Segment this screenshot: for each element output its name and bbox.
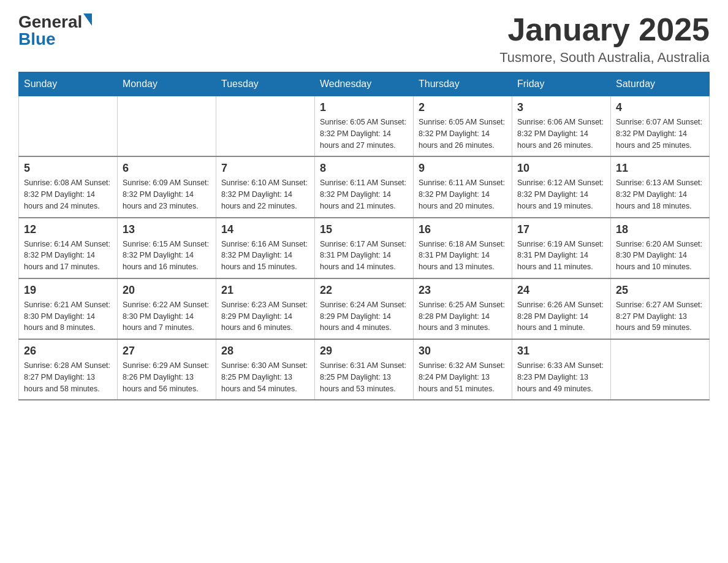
day-header-friday: Friday (512, 72, 611, 96)
day-number: 4 (616, 101, 704, 114)
calendar-table: SundayMondayTuesdayWednesdayThursdayFrid… (18, 72, 710, 400)
calendar-cell: 31Sunrise: 6:33 AM Sunset: 8:23 PM Dayli… (512, 339, 611, 400)
day-number: 11 (616, 162, 704, 175)
calendar-cell (118, 96, 216, 157)
calendar-cell: 6Sunrise: 6:09 AM Sunset: 8:32 PM Daylig… (118, 156, 216, 217)
day-info: Sunrise: 6:27 AM Sunset: 8:27 PM Dayligh… (616, 299, 704, 334)
day-info: Sunrise: 6:15 AM Sunset: 8:32 PM Dayligh… (123, 239, 211, 273)
calendar-cell: 15Sunrise: 6:17 AM Sunset: 8:31 PM Dayli… (315, 218, 414, 278)
day-number: 27 (123, 345, 211, 358)
day-header-tuesday: Tuesday (216, 72, 315, 96)
week-row-3: 12Sunrise: 6:14 AM Sunset: 8:32 PM Dayli… (19, 218, 710, 278)
calendar-cell: 11Sunrise: 6:13 AM Sunset: 8:32 PM Dayli… (611, 156, 710, 217)
calendar-cell: 22Sunrise: 6:24 AM Sunset: 8:29 PM Dayli… (315, 278, 414, 339)
day-number: 23 (419, 284, 507, 297)
day-number: 10 (517, 162, 605, 175)
day-info: Sunrise: 6:30 AM Sunset: 8:25 PM Dayligh… (221, 360, 309, 394)
day-info: Sunrise: 6:28 AM Sunset: 8:27 PM Dayligh… (24, 360, 112, 394)
calendar-cell: 8Sunrise: 6:11 AM Sunset: 8:32 PM Daylig… (315, 156, 414, 217)
week-row-1: 1Sunrise: 6:05 AM Sunset: 8:32 PM Daylig… (19, 96, 710, 157)
day-info: Sunrise: 6:07 AM Sunset: 8:32 PM Dayligh… (616, 117, 704, 151)
calendar-cell: 12Sunrise: 6:14 AM Sunset: 8:32 PM Dayli… (19, 218, 118, 278)
day-number: 20 (123, 284, 211, 297)
calendar-cell: 23Sunrise: 6:25 AM Sunset: 8:28 PM Dayli… (414, 278, 512, 339)
calendar-cell: 30Sunrise: 6:32 AM Sunset: 8:24 PM Dayli… (414, 339, 512, 400)
day-info: Sunrise: 6:24 AM Sunset: 8:29 PM Dayligh… (320, 299, 408, 334)
day-info: Sunrise: 6:09 AM Sunset: 8:32 PM Dayligh… (123, 177, 211, 212)
day-number: 7 (221, 162, 309, 175)
calendar-cell: 18Sunrise: 6:20 AM Sunset: 8:30 PM Dayli… (611, 218, 710, 278)
calendar-cell: 3Sunrise: 6:06 AM Sunset: 8:32 PM Daylig… (512, 96, 611, 157)
day-info: Sunrise: 6:20 AM Sunset: 8:30 PM Dayligh… (616, 239, 704, 273)
calendar-cell (19, 96, 118, 157)
calendar-cell: 9Sunrise: 6:11 AM Sunset: 8:32 PM Daylig… (414, 156, 512, 217)
day-info: Sunrise: 6:13 AM Sunset: 8:32 PM Dayligh… (616, 177, 704, 212)
day-info: Sunrise: 6:25 AM Sunset: 8:28 PM Dayligh… (419, 299, 507, 334)
calendar-cell: 7Sunrise: 6:10 AM Sunset: 8:32 PM Daylig… (216, 156, 315, 217)
calendar-cell: 1Sunrise: 6:05 AM Sunset: 8:32 PM Daylig… (315, 96, 414, 157)
day-info: Sunrise: 6:26 AM Sunset: 8:28 PM Dayligh… (517, 299, 605, 334)
day-number: 2 (419, 101, 507, 114)
day-info: Sunrise: 6:18 AM Sunset: 8:31 PM Dayligh… (419, 239, 507, 273)
calendar-cell: 16Sunrise: 6:18 AM Sunset: 8:31 PM Dayli… (414, 218, 512, 278)
day-info: Sunrise: 6:11 AM Sunset: 8:32 PM Dayligh… (419, 177, 507, 212)
day-number: 6 (123, 162, 211, 175)
day-number: 31 (517, 345, 605, 358)
day-info: Sunrise: 6:05 AM Sunset: 8:32 PM Dayligh… (419, 117, 507, 151)
day-number: 18 (616, 223, 704, 236)
logo-blue: Blue (18, 29, 56, 49)
day-number: 17 (517, 223, 605, 236)
calendar-cell: 2Sunrise: 6:05 AM Sunset: 8:32 PM Daylig… (414, 96, 512, 157)
day-number: 3 (517, 101, 605, 114)
logo-triangle-icon (83, 13, 92, 26)
week-row-5: 26Sunrise: 6:28 AM Sunset: 8:27 PM Dayli… (19, 339, 710, 400)
calendar-subtitle: Tusmore, South Australia, Australia (499, 50, 710, 66)
days-header-row: SundayMondayTuesdayWednesdayThursdayFrid… (19, 72, 710, 96)
calendar-cell (611, 339, 710, 400)
day-info: Sunrise: 6:33 AM Sunset: 8:23 PM Dayligh… (517, 360, 605, 394)
day-info: Sunrise: 6:29 AM Sunset: 8:26 PM Dayligh… (123, 360, 211, 394)
day-number: 28 (221, 345, 309, 358)
day-info: Sunrise: 6:05 AM Sunset: 8:32 PM Dayligh… (320, 117, 408, 151)
day-header-sunday: Sunday (19, 72, 118, 96)
day-number: 19 (24, 284, 112, 297)
calendar-cell: 5Sunrise: 6:08 AM Sunset: 8:32 PM Daylig… (19, 156, 118, 217)
calendar-cell: 4Sunrise: 6:07 AM Sunset: 8:32 PM Daylig… (611, 96, 710, 157)
day-info: Sunrise: 6:32 AM Sunset: 8:24 PM Dayligh… (419, 360, 507, 394)
calendar-cell: 28Sunrise: 6:30 AM Sunset: 8:25 PM Dayli… (216, 339, 315, 400)
day-number: 12 (24, 223, 112, 236)
day-info: Sunrise: 6:22 AM Sunset: 8:30 PM Dayligh… (123, 299, 211, 334)
day-info: Sunrise: 6:12 AM Sunset: 8:32 PM Dayligh… (517, 177, 605, 212)
calendar-cell (216, 96, 315, 157)
day-number: 5 (24, 162, 112, 175)
day-header-wednesday: Wednesday (315, 72, 414, 96)
calendar-cell: 24Sunrise: 6:26 AM Sunset: 8:28 PM Dayli… (512, 278, 611, 339)
calendar-cell: 10Sunrise: 6:12 AM Sunset: 8:32 PM Dayli… (512, 156, 611, 217)
calendar-cell: 25Sunrise: 6:27 AM Sunset: 8:27 PM Dayli… (611, 278, 710, 339)
day-number: 15 (320, 223, 408, 236)
day-number: 21 (221, 284, 309, 297)
day-info: Sunrise: 6:08 AM Sunset: 8:32 PM Dayligh… (24, 177, 112, 212)
day-header-thursday: Thursday (414, 72, 512, 96)
day-number: 22 (320, 284, 408, 297)
day-info: Sunrise: 6:21 AM Sunset: 8:30 PM Dayligh… (24, 299, 112, 334)
day-number: 1 (320, 101, 408, 114)
day-number: 14 (221, 223, 309, 236)
day-info: Sunrise: 6:06 AM Sunset: 8:32 PM Dayligh… (517, 117, 605, 151)
day-number: 16 (419, 223, 507, 236)
calendar-cell: 19Sunrise: 6:21 AM Sunset: 8:30 PM Dayli… (19, 278, 118, 339)
calendar-cell: 26Sunrise: 6:28 AM Sunset: 8:27 PM Dayli… (19, 339, 118, 400)
day-info: Sunrise: 6:16 AM Sunset: 8:32 PM Dayligh… (221, 239, 309, 273)
page-header: General Blue January 2025 Tusmore, South… (18, 12, 710, 66)
day-info: Sunrise: 6:14 AM Sunset: 8:32 PM Dayligh… (24, 239, 112, 273)
logo: General Blue (18, 12, 92, 49)
day-number: 9 (419, 162, 507, 175)
week-row-2: 5Sunrise: 6:08 AM Sunset: 8:32 PM Daylig… (19, 156, 710, 217)
calendar-cell: 14Sunrise: 6:16 AM Sunset: 8:32 PM Dayli… (216, 218, 315, 278)
day-number: 25 (616, 284, 704, 297)
day-info: Sunrise: 6:31 AM Sunset: 8:25 PM Dayligh… (320, 360, 408, 394)
week-row-4: 19Sunrise: 6:21 AM Sunset: 8:30 PM Dayli… (19, 278, 710, 339)
calendar-cell: 20Sunrise: 6:22 AM Sunset: 8:30 PM Dayli… (118, 278, 216, 339)
day-number: 29 (320, 345, 408, 358)
day-info: Sunrise: 6:23 AM Sunset: 8:29 PM Dayligh… (221, 299, 309, 334)
